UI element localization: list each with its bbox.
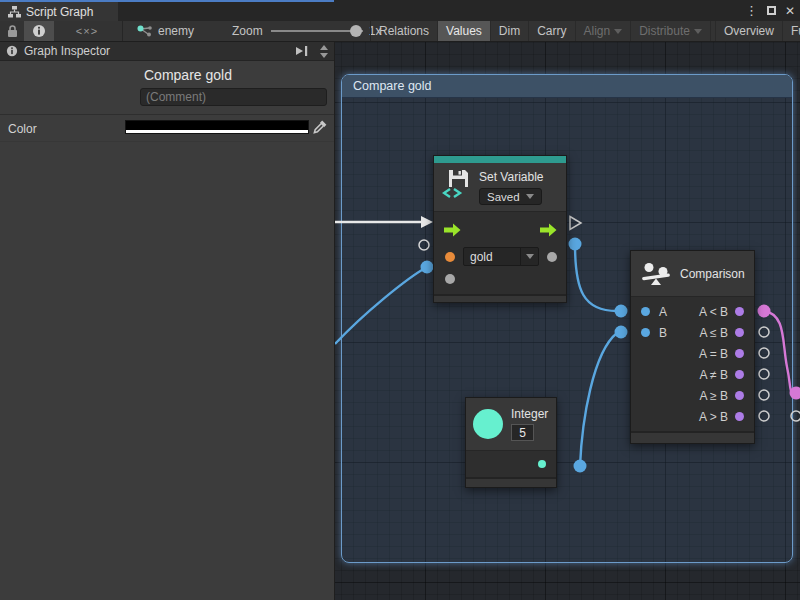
zoom-slider-track[interactable]	[271, 30, 363, 32]
value-wire[interactable]	[575, 244, 617, 311]
align-dropdown[interactable]: Align	[576, 21, 632, 41]
graph-reference[interactable]: enemy	[137, 24, 194, 38]
input-b-label: B	[659, 326, 667, 340]
input-a-port-dot[interactable]	[641, 307, 650, 316]
name-port-dot[interactable]	[445, 252, 455, 262]
eyedropper-icon[interactable]	[312, 119, 328, 135]
port-ring[interactable]	[759, 348, 769, 358]
scroll-up-icon[interactable]	[320, 45, 328, 50]
output-label: A > B	[699, 410, 728, 424]
tab-label: Script Graph	[26, 5, 93, 19]
graph-inspector-title: Graph Inspector	[24, 44, 289, 58]
port-row: A ≠ B	[631, 364, 754, 385]
graph-reference-label: enemy	[158, 24, 194, 38]
graph-canvas[interactable]: Compare gold	[335, 42, 800, 600]
output-port-dot[interactable]	[735, 328, 744, 337]
port-dot-blue[interactable]	[574, 460, 587, 473]
lock-icon	[7, 25, 18, 38]
value-wire[interactable]	[580, 333, 617, 466]
node-body	[466, 451, 556, 477]
close-icon[interactable]	[785, 5, 795, 17]
node-footer	[631, 431, 754, 443]
node-header[interactable]: Integer 5	[466, 398, 556, 451]
overview-button[interactable]: Overview	[716, 21, 783, 41]
node-integer[interactable]: Integer 5	[465, 397, 557, 488]
output-port-dot[interactable]	[538, 460, 546, 468]
tab-bar: Script Graph	[0, 0, 800, 21]
node-set-variable[interactable]: Set Variable Saved	[433, 155, 567, 303]
variable-port-row: gold	[434, 245, 566, 268]
output-port-dot[interactable]	[735, 307, 744, 316]
port-row: A ≥ B	[631, 385, 754, 406]
port-ring[interactable]	[419, 240, 429, 250]
zoom-label: Zoom	[232, 24, 263, 38]
port-ring[interactable]	[759, 390, 769, 400]
output-port-dot[interactable]	[735, 370, 744, 379]
code-view-button[interactable]	[54, 21, 120, 41]
flow-in-arrow-icon[interactable]	[444, 223, 461, 237]
node-title: Set Variable	[479, 170, 543, 184]
graph-toolbar: enemy Zoom 1x Relations Values Dim Carry	[0, 21, 800, 42]
port-ring[interactable]	[791, 411, 800, 421]
node-body: A A < B B A ≤ B	[631, 297, 754, 431]
value-wire[interactable]	[335, 267, 427, 344]
output-label: A = B	[699, 347, 728, 361]
inspector-toggle-button[interactable]	[24, 21, 54, 41]
flow-out-triangle[interactable]	[570, 217, 581, 230]
port-dot-blue[interactable]	[569, 238, 582, 251]
tab-script-graph[interactable]: Script Graph	[0, 2, 118, 21]
info-icon	[6, 45, 18, 57]
port-dot-blue[interactable]	[615, 305, 628, 318]
window-menu-icon[interactable]	[745, 4, 758, 17]
carry-button[interactable]: Carry	[529, 21, 575, 41]
values-button[interactable]: Values	[438, 21, 491, 41]
dim-button[interactable]: Dim	[491, 21, 529, 41]
output-label: A ≥ B	[699, 389, 728, 403]
window-controls	[745, 2, 795, 19]
port-ring[interactable]	[759, 369, 769, 379]
output-port-dot[interactable]	[547, 252, 557, 262]
port-ring[interactable]	[759, 327, 769, 337]
graph-title-field[interactable]: Compare gold	[144, 67, 232, 83]
node-body: gold	[434, 212, 566, 294]
variable-name-dropdown[interactable]: gold	[463, 247, 539, 266]
port-dot-blue[interactable]	[615, 326, 628, 339]
scroll-down-icon[interactable]	[320, 53, 328, 58]
toolbar-left-group: enemy Zoom 1x	[0, 21, 381, 41]
input-a-label: A	[659, 305, 667, 319]
value-port-dot[interactable]	[445, 274, 455, 284]
output-label: A ≠ B	[699, 368, 728, 382]
variable-scope-dropdown[interactable]: Saved	[479, 188, 542, 205]
relations-button[interactable]: Relations	[371, 21, 438, 41]
graph-node-icon	[137, 25, 152, 38]
integer-value-field[interactable]: 5	[511, 424, 534, 441]
port-ring[interactable]	[759, 411, 769, 421]
output-port-dot[interactable]	[735, 412, 744, 421]
distribute-dropdown[interactable]: Distribute	[631, 21, 711, 41]
zoom-slider[interactable]	[271, 21, 363, 41]
flow-out-arrow-icon[interactable]	[540, 223, 557, 237]
script-graph-icon	[8, 6, 21, 18]
expand-panel-icon[interactable]	[295, 45, 308, 57]
maximize-icon[interactable]	[767, 6, 776, 15]
output-port-dot[interactable]	[735, 391, 744, 400]
port-row: A > B	[631, 406, 754, 427]
panel-scroll-arrows	[320, 45, 328, 58]
port-dot-blue[interactable]	[421, 261, 434, 274]
color-swatch[interactable]	[125, 120, 309, 134]
zoom-slider-handle[interactable]	[350, 25, 362, 37]
node-header[interactable]: Comparison	[631, 251, 754, 297]
port-dot-pink[interactable]	[758, 305, 771, 318]
integer-type-icon	[473, 409, 503, 439]
divider	[0, 114, 334, 115]
full-screen-button[interactable]: Full Screen	[783, 21, 800, 41]
output-label: A < B	[699, 305, 728, 319]
comment-input[interactable]	[140, 88, 327, 106]
toolbar-right-group: Relations Values Dim Carry Align Distrib…	[370, 21, 800, 41]
input-b-port-dot[interactable]	[641, 328, 650, 337]
output-port-dot[interactable]	[735, 349, 744, 358]
node-comparison[interactable]: Comparison A A < B B	[630, 250, 755, 444]
lock-button[interactable]	[0, 21, 24, 41]
flow-port-row	[434, 215, 566, 245]
node-header[interactable]: Set Variable Saved	[434, 163, 566, 212]
